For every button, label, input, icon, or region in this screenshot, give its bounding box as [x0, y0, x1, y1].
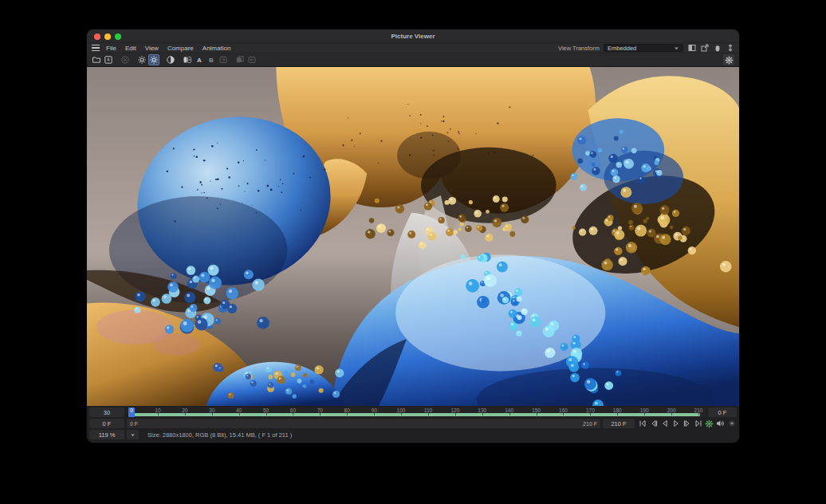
chevron-down-icon	[729, 420, 735, 427]
zoom-button[interactable]	[115, 33, 121, 40]
loop-burst-icon	[705, 419, 714, 428]
next-frame-button[interactable]	[682, 419, 692, 428]
popout-window-button[interactable]	[700, 44, 709, 53]
ruler-tick-mark	[563, 413, 564, 415]
chevron-down-icon	[130, 432, 136, 438]
compare-mode-button[interactable]	[165, 54, 176, 65]
ruler-tick-mark	[320, 413, 321, 415]
menu-item-view[interactable]: View	[145, 45, 159, 52]
ab-compare-icon	[183, 55, 192, 65]
ruler-tick-mark	[617, 413, 618, 415]
playhead[interactable]: 0	[128, 408, 135, 417]
play-forward-button[interactable]	[671, 419, 681, 428]
ruler-tick-label: 70	[317, 408, 323, 413]
split-view-button[interactable]	[687, 44, 696, 53]
go-to-start-icon	[639, 419, 647, 427]
ruler-tick-label: 160	[559, 408, 568, 413]
ruler-tick-mark	[509, 413, 510, 415]
view-transform-value: Embedded	[608, 45, 636, 52]
display-settings-button[interactable]	[148, 54, 159, 65]
ruler-tick-label: 50	[263, 408, 269, 413]
clear-image-button[interactable]	[120, 54, 131, 65]
copy-image-button[interactable]	[234, 54, 246, 65]
menu-item-edit[interactable]: Edit	[125, 45, 136, 52]
ruler-tick-mark	[537, 413, 537, 415]
folder-icon	[92, 55, 101, 65]
pan-tool-button[interactable]	[713, 44, 722, 53]
range-end-label: 210 F	[583, 421, 597, 427]
range-start-field[interactable]: 0 F	[89, 419, 124, 428]
ruler-tick-label: 40	[236, 408, 242, 413]
view-transform-select[interactable]: Embedded	[604, 44, 683, 52]
ruler-tick-label: 210	[694, 408, 703, 413]
ruler-tick-label: 110	[424, 408, 432, 413]
loop-playback-button[interactable]	[704, 419, 714, 428]
traffic-lights	[94, 33, 121, 40]
ruler-tick-label: 120	[450, 408, 459, 413]
ruler-tick-mark	[590, 413, 591, 415]
transport-options-dropdown[interactable]	[726, 419, 737, 428]
paste-image-button[interactable]	[246, 54, 258, 65]
paste-icon	[247, 55, 257, 65]
menu-item-compare[interactable]: Compare	[167, 45, 194, 52]
title-bar: Picture Viewer	[87, 30, 739, 43]
ruler-tick-mark	[401, 413, 402, 415]
menu-item-animation[interactable]: Animation	[203, 45, 231, 52]
ruler-tick-label: 200	[667, 408, 676, 413]
timeline-area: 30 0 10203040506070809010011012013014015…	[87, 406, 739, 443]
ruler-tick-mark	[185, 413, 186, 415]
filter-settings-button[interactable]	[136, 54, 148, 65]
zoom-dropdown-button[interactable]	[127, 430, 139, 439]
play-backward-button[interactable]	[659, 419, 670, 428]
ruler-tick-label: 170	[586, 408, 595, 413]
set-image-b-button[interactable]: B	[206, 54, 217, 65]
play-forward-icon	[672, 419, 680, 427]
fit-vertical-button[interactable]	[726, 44, 734, 53]
hand-icon	[714, 44, 722, 52]
next-frame-icon	[683, 419, 691, 427]
current-frame-field[interactable]: 210 F	[603, 419, 635, 428]
ruler-tick-label: 10	[155, 408, 160, 413]
ruler-tick-mark	[482, 413, 483, 415]
playhead-frame-label: 0	[130, 408, 133, 417]
preview-range-bar[interactable]	[130, 413, 700, 416]
menu-item-file[interactable]: File	[106, 45, 116, 52]
fps-field[interactable]: 30	[89, 408, 124, 417]
ruler-tick-label: 190	[640, 408, 649, 413]
ruler-tick-mark	[239, 413, 240, 415]
go-to-start-button[interactable]	[637, 419, 647, 428]
audio-toggle-button[interactable]	[715, 419, 726, 428]
save-image-button[interactable]	[103, 54, 114, 65]
go-to-end-button[interactable]	[693, 419, 703, 428]
ruler-tick-mark	[455, 413, 456, 415]
close-button[interactable]	[94, 33, 100, 40]
open-file-button[interactable]	[91, 54, 102, 65]
ruler-tick-mark	[212, 413, 213, 415]
ruler-end-field[interactable]: 0 F	[708, 408, 737, 417]
ab-compare-button[interactable]	[182, 54, 193, 65]
rendered-image	[87, 67, 739, 406]
image-viewport[interactable]	[87, 67, 739, 406]
save-icon	[104, 55, 113, 65]
hamburger-menu-icon[interactable]	[92, 45, 100, 51]
ruler-tick-mark	[293, 413, 293, 415]
ruler-tick-mark	[698, 413, 699, 415]
transport-controls	[637, 419, 737, 428]
minimize-button[interactable]	[104, 33, 111, 40]
ruler-tick-label: 90	[372, 408, 377, 413]
split-view-icon	[688, 44, 696, 52]
window-title: Picture Viewer	[391, 33, 435, 40]
set-image-a-button[interactable]: A	[194, 54, 205, 65]
navigation-mode-button[interactable]	[723, 54, 734, 65]
zoom-level-field[interactable]: 119 %	[89, 430, 124, 439]
timeline-ruler[interactable]: 0 10203040506070809010011012013014015016…	[127, 408, 706, 417]
go-to-end-icon	[694, 419, 702, 427]
menu-bar: FileEditViewCompareAnimation View Transf…	[87, 43, 739, 53]
previous-frame-button[interactable]	[648, 419, 659, 428]
chevron-down-icon	[674, 45, 679, 51]
arrow-up-down-icon	[726, 44, 734, 52]
ruler-tick-label: 180	[613, 408, 622, 413]
frame-range-scrollbar[interactable]: 0 F 210 F	[127, 419, 600, 428]
swap-icon	[218, 55, 228, 65]
swap-ab-button[interactable]	[218, 54, 229, 65]
